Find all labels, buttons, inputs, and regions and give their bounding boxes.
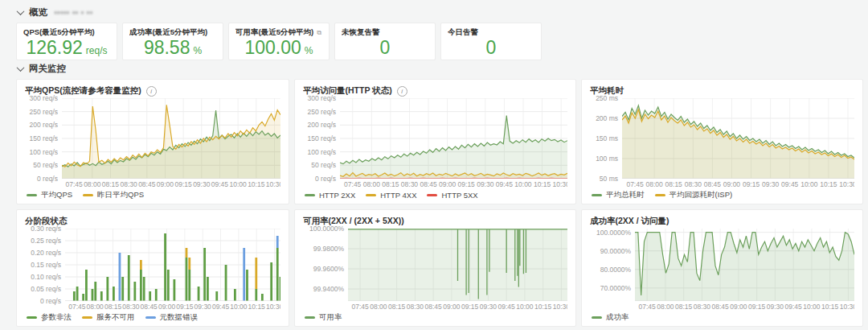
chevron-down-icon bbox=[17, 64, 25, 72]
x-tick-label: 10:15 bbox=[534, 180, 551, 188]
legend-item[interactable]: HTTP 4XX bbox=[366, 191, 416, 200]
x-tick-label: 08:00 bbox=[87, 303, 104, 311]
y-tick-label: 150 req/s bbox=[30, 134, 58, 142]
dashboard: 概览 ▪▪▪▪▪ ▪▪ ▪ ▪▪ QPS(最近5分钟平均) 126.92req/… bbox=[0, 0, 868, 327]
stat-qps: QPS(最近5分钟平均) 126.92req/s bbox=[16, 23, 117, 60]
legend-item[interactable]: 平均QPS bbox=[27, 190, 72, 200]
y-tick-label: 100 ms bbox=[596, 155, 618, 163]
chart-legend: 参数非法服务不可用元数据错误 bbox=[25, 311, 280, 324]
legend-series-marker bbox=[655, 194, 665, 196]
stat-today-alerts: 今日告警 0 bbox=[440, 23, 542, 60]
x-tick-label: 09:30 bbox=[193, 180, 210, 188]
legend-item[interactable]: 昨日平均QPS bbox=[83, 190, 144, 200]
x-tick-label: 07:45 bbox=[626, 180, 643, 188]
x-tick-label: 08:00 bbox=[363, 180, 380, 188]
x-tick-label: 09:00 bbox=[723, 180, 740, 188]
legend-series-marker bbox=[27, 194, 37, 196]
x-tick-label: 09:45 bbox=[781, 180, 798, 188]
legend-series-marker bbox=[305, 194, 315, 196]
x-tick-label: 10:15 bbox=[248, 180, 264, 188]
legend-item[interactable]: 服务不可用 bbox=[82, 312, 135, 323]
y-tick-label: 0.10 req/s bbox=[31, 273, 61, 281]
legend-series-label: 可用率 bbox=[319, 312, 342, 323]
legend-series-marker bbox=[305, 316, 315, 319]
legend-item[interactable]: 成功率 bbox=[592, 312, 629, 323]
y-tick-label: 250 ms bbox=[596, 94, 618, 102]
legend-series-marker bbox=[592, 316, 602, 319]
y-tick-label: 50 ms bbox=[600, 175, 618, 183]
legend-series-label: 参数非法 bbox=[41, 312, 72, 323]
legend-series-marker bbox=[83, 194, 93, 196]
external-link-icon[interactable]: ⧉ bbox=[317, 29, 321, 37]
section-overview-header[interactable]: 概览 ▪▪▪▪▪ ▪▪ ▪ ▪▪ bbox=[18, 6, 865, 19]
legend-series-label: HTTP 4XX bbox=[380, 191, 416, 200]
legend-item[interactable]: 可用率 bbox=[305, 312, 342, 323]
x-tick-label: 10:00 bbox=[230, 303, 247, 311]
legend-series-label: HTTP 5XX bbox=[441, 191, 477, 200]
legend-series-marker bbox=[366, 194, 376, 196]
x-tick-label: 10:00 bbox=[800, 180, 817, 188]
y-tick-label: 0 req/s bbox=[315, 175, 336, 183]
x-tick-label: 09:15 bbox=[461, 303, 478, 311]
chart-canvas bbox=[65, 229, 280, 301]
y-tick-label: 99.9400% bbox=[313, 285, 344, 293]
x-tick-label: 07:45 bbox=[65, 180, 82, 188]
y-tick-label: 200 req/s bbox=[30, 121, 58, 129]
chart-canvas bbox=[622, 98, 854, 179]
x-tick-label: 08:00 bbox=[370, 303, 387, 311]
stat-availability-unit: % bbox=[305, 46, 313, 56]
legend-item[interactable]: 平均总耗时 bbox=[592, 190, 645, 200]
x-tick-label: 10:15 bbox=[534, 303, 551, 311]
x-tick-label: 09:15 bbox=[748, 303, 765, 311]
x-tick-label: 10:00 bbox=[516, 303, 533, 311]
y-tick-label: 0.20 req/s bbox=[31, 249, 61, 257]
x-tick-label: 10:30 bbox=[266, 180, 280, 188]
x-tick-label: 10:15 bbox=[248, 303, 265, 311]
x-tick-label: 08:45 bbox=[420, 180, 436, 188]
x-tick-label: 10:30 bbox=[840, 303, 854, 311]
x-tick-label: 09:45 bbox=[212, 303, 229, 311]
info-icon[interactable]: i bbox=[397, 86, 407, 97]
y-tick-label: 300 req/s bbox=[30, 94, 58, 102]
y-tick-label: 0 req/s bbox=[40, 297, 61, 305]
y-tick-label: 200 ms bbox=[596, 114, 618, 122]
x-tick-label: 08:00 bbox=[657, 303, 674, 311]
stats-row: QPS(最近5分钟平均) 126.92req/s 成功率(最近5分钟平均) 98… bbox=[16, 23, 865, 60]
legend-series-label: 成功率 bbox=[606, 312, 629, 323]
legend-series-marker bbox=[27, 316, 37, 319]
x-tick-label: 09:00 bbox=[158, 303, 175, 311]
x-tick-label: 08:45 bbox=[712, 303, 729, 311]
y-tick-label: 90.0000% bbox=[600, 247, 631, 255]
x-tick-label: 08:15 bbox=[665, 180, 682, 188]
x-tick-label: 08:15 bbox=[675, 303, 692, 311]
chevron-down-icon bbox=[17, 7, 25, 15]
chart-canvas bbox=[340, 98, 567, 179]
legend-item[interactable]: 元数据错误 bbox=[145, 312, 199, 323]
x-tick-label: 09:45 bbox=[498, 303, 515, 311]
x-tick-label: 09:45 bbox=[211, 180, 228, 188]
x-tick-label: 09:30 bbox=[477, 180, 493, 188]
legend-item[interactable]: 平均回源耗时(ISP) bbox=[655, 190, 733, 200]
x-tick-label: 09:15 bbox=[743, 180, 760, 188]
info-icon[interactable]: i bbox=[146, 86, 157, 97]
y-tick-label: 0.05 req/s bbox=[31, 285, 61, 293]
stat-success-rate: 成功率(最近5分钟平均) 98.58% bbox=[122, 23, 223, 60]
x-tick-label: 10:15 bbox=[820, 180, 837, 188]
legend-item[interactable]: HTTP 5XX bbox=[427, 191, 477, 200]
section-overview-title: 概览 bbox=[29, 6, 47, 19]
y-tick-label: 0.15 req/s bbox=[31, 261, 61, 269]
y-tick-label: 200 req/s bbox=[308, 121, 336, 129]
x-tick-label: 08:45 bbox=[425, 303, 442, 311]
x-tick-label: 07:45 bbox=[352, 303, 369, 311]
x-tick-label: 08:30 bbox=[407, 303, 424, 311]
x-tick-label: 08:15 bbox=[388, 303, 405, 311]
legend-series-label: 元数据错误 bbox=[160, 312, 199, 323]
legend-item[interactable]: 参数非法 bbox=[27, 312, 72, 323]
x-tick-label: 09:45 bbox=[496, 180, 513, 188]
panel-stage-status: 分阶段状态 0.30 req/s0.25 req/s0.20 req/s0.15… bbox=[16, 209, 289, 327]
chart-legend: 平均QPS昨日平均QPS bbox=[25, 189, 280, 201]
section-gateway-header[interactable]: 网关监控 bbox=[18, 62, 865, 75]
y-tick-label: 70.0000% bbox=[600, 284, 631, 292]
x-tick-label: 09:30 bbox=[480, 303, 497, 311]
legend-item[interactable]: HTTP 2XX bbox=[305, 191, 355, 200]
